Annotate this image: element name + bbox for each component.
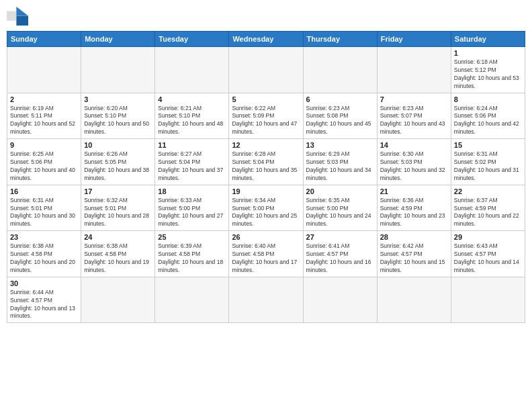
- col-sunday: Sunday: [7, 32, 81, 47]
- calendar-row: 16Sunrise: 6:31 AMSunset: 5:01 PMDayligh…: [7, 185, 525, 231]
- page: Sunday Monday Tuesday Wednesday Thursday…: [0, 0, 532, 411]
- table-cell: [81, 277, 155, 323]
- day-info: Sunrise: 6:40 AMSunset: 4:58 PMDaylight:…: [232, 242, 300, 275]
- day-info: Sunrise: 6:38 AMSunset: 4:58 PMDaylight:…: [84, 242, 152, 275]
- day-info: Sunrise: 6:21 AMSunset: 5:10 PMDaylight:…: [158, 105, 226, 137]
- table-cell: 29Sunrise: 6:43 AMSunset: 4:57 PMDayligh…: [451, 231, 525, 277]
- day-info: Sunrise: 6:22 AMSunset: 5:09 PMDaylight:…: [232, 105, 300, 137]
- table-cell: 24Sunrise: 6:38 AMSunset: 4:58 PMDayligh…: [81, 231, 155, 277]
- day-number: 10: [84, 141, 152, 149]
- day-info: Sunrise: 6:44 AMSunset: 4:57 PMDaylight:…: [10, 289, 78, 321]
- day-number: 14: [380, 141, 448, 149]
- svg-rect-0: [7, 11, 16, 20]
- calendar-row: 23Sunrise: 6:38 AMSunset: 4:58 PMDayligh…: [7, 231, 525, 277]
- table-cell: 13Sunrise: 6:29 AMSunset: 5:03 PMDayligh…: [303, 139, 377, 185]
- table-cell: 30Sunrise: 6:44 AMSunset: 4:57 PMDayligh…: [7, 277, 81, 323]
- col-wednesday: Wednesday: [229, 32, 303, 47]
- day-number: 8: [454, 95, 522, 103]
- day-number: 22: [454, 187, 522, 195]
- day-info: Sunrise: 6:31 AMSunset: 5:02 PMDaylight:…: [454, 150, 522, 183]
- svg-marker-1: [16, 7, 28, 16]
- day-info: Sunrise: 6:20 AMSunset: 5:10 PMDaylight:…: [84, 105, 152, 137]
- day-info: Sunrise: 6:43 AMSunset: 4:57 PMDaylight:…: [454, 242, 522, 275]
- col-monday: Monday: [81, 32, 155, 47]
- day-info: Sunrise: 6:28 AMSunset: 5:04 PMDaylight:…: [232, 150, 300, 183]
- day-info: Sunrise: 6:27 AMSunset: 5:04 PMDaylight:…: [158, 150, 226, 183]
- day-number: 13: [306, 141, 374, 149]
- svg-marker-2: [16, 16, 28, 26]
- day-number: 28: [380, 233, 448, 241]
- day-number: 27: [306, 233, 374, 241]
- table-cell: 14Sunrise: 6:30 AMSunset: 5:03 PMDayligh…: [377, 139, 451, 185]
- table-cell: [155, 47, 229, 93]
- day-number: 2: [10, 95, 78, 103]
- day-number: 15: [454, 141, 522, 149]
- table-cell: 3Sunrise: 6:20 AMSunset: 5:10 PMDaylight…: [81, 93, 155, 139]
- day-number: 1: [454, 49, 522, 57]
- table-cell: 21Sunrise: 6:36 AMSunset: 4:59 PMDayligh…: [377, 185, 451, 231]
- day-info: Sunrise: 6:38 AMSunset: 4:58 PMDaylight:…: [10, 242, 78, 275]
- day-number: 5: [232, 95, 300, 103]
- day-info: Sunrise: 6:25 AMSunset: 5:06 PMDaylight:…: [10, 150, 78, 183]
- day-info: Sunrise: 6:29 AMSunset: 5:03 PMDaylight:…: [306, 150, 374, 183]
- col-thursday: Thursday: [303, 32, 377, 47]
- calendar-row: 9Sunrise: 6:25 AMSunset: 5:06 PMDaylight…: [7, 139, 525, 185]
- day-info: Sunrise: 6:33 AMSunset: 5:00 PMDaylight:…: [158, 197, 226, 229]
- day-number: 26: [232, 233, 300, 241]
- day-number: 12: [232, 141, 300, 149]
- day-info: Sunrise: 6:34 AMSunset: 5:00 PMDaylight:…: [232, 197, 300, 229]
- day-info: Sunrise: 6:37 AMSunset: 4:59 PMDaylight:…: [454, 197, 522, 229]
- calendar-row: 30Sunrise: 6:44 AMSunset: 4:57 PMDayligh…: [7, 277, 525, 323]
- table-cell: 20Sunrise: 6:35 AMSunset: 5:00 PMDayligh…: [303, 185, 377, 231]
- table-cell: 22Sunrise: 6:37 AMSunset: 4:59 PMDayligh…: [451, 185, 525, 231]
- logo: [7, 7, 31, 26]
- col-saturday: Saturday: [451, 32, 525, 47]
- day-number: 4: [158, 95, 226, 103]
- day-info: Sunrise: 6:35 AMSunset: 5:00 PMDaylight:…: [306, 197, 374, 229]
- day-number: 25: [158, 233, 226, 241]
- table-cell: 9Sunrise: 6:25 AMSunset: 5:06 PMDaylight…: [7, 139, 81, 185]
- day-number: 24: [84, 233, 152, 241]
- table-cell: 5Sunrise: 6:22 AMSunset: 5:09 PMDaylight…: [229, 93, 303, 139]
- calendar: Sunday Monday Tuesday Wednesday Thursday…: [7, 31, 525, 323]
- table-cell: 7Sunrise: 6:23 AMSunset: 5:07 PMDaylight…: [377, 93, 451, 139]
- table-cell: [81, 47, 155, 93]
- table-cell: 18Sunrise: 6:33 AMSunset: 5:00 PMDayligh…: [155, 185, 229, 231]
- table-cell: 23Sunrise: 6:38 AMSunset: 4:58 PMDayligh…: [7, 231, 81, 277]
- table-cell: [7, 47, 81, 93]
- table-cell: [451, 277, 525, 323]
- table-cell: [377, 47, 451, 93]
- table-cell: 19Sunrise: 6:34 AMSunset: 5:00 PMDayligh…: [229, 185, 303, 231]
- day-info: Sunrise: 6:31 AMSunset: 5:01 PMDaylight:…: [10, 197, 78, 229]
- day-number: 20: [306, 187, 374, 195]
- table-cell: [229, 47, 303, 93]
- table-cell: [155, 277, 229, 323]
- col-tuesday: Tuesday: [155, 32, 229, 47]
- day-info: Sunrise: 6:26 AMSunset: 5:05 PMDaylight:…: [84, 150, 152, 183]
- day-info: Sunrise: 6:36 AMSunset: 4:59 PMDaylight:…: [380, 197, 448, 229]
- day-number: 18: [158, 187, 226, 195]
- day-number: 21: [380, 187, 448, 195]
- table-cell: 17Sunrise: 6:32 AMSunset: 5:01 PMDayligh…: [81, 185, 155, 231]
- day-number: 23: [10, 233, 78, 241]
- table-cell: 12Sunrise: 6:28 AMSunset: 5:04 PMDayligh…: [229, 139, 303, 185]
- weekday-header-row: Sunday Monday Tuesday Wednesday Thursday…: [7, 32, 525, 47]
- table-cell: 27Sunrise: 6:41 AMSunset: 4:57 PMDayligh…: [303, 231, 377, 277]
- day-number: 17: [84, 187, 152, 195]
- day-number: 3: [84, 95, 152, 103]
- table-cell: 6Sunrise: 6:23 AMSunset: 5:08 PMDaylight…: [303, 93, 377, 139]
- day-info: Sunrise: 6:23 AMSunset: 5:08 PMDaylight:…: [306, 105, 374, 137]
- day-info: Sunrise: 6:23 AMSunset: 5:07 PMDaylight:…: [380, 105, 448, 137]
- day-info: Sunrise: 6:42 AMSunset: 4:57 PMDaylight:…: [380, 242, 448, 275]
- table-cell: 16Sunrise: 6:31 AMSunset: 5:01 PMDayligh…: [7, 185, 81, 231]
- table-cell: [303, 47, 377, 93]
- day-number: 19: [232, 187, 300, 195]
- table-cell: 28Sunrise: 6:42 AMSunset: 4:57 PMDayligh…: [377, 231, 451, 277]
- day-info: Sunrise: 6:24 AMSunset: 5:06 PMDaylight:…: [454, 105, 522, 137]
- day-number: 9: [10, 141, 78, 149]
- calendar-row: 2Sunrise: 6:19 AMSunset: 5:11 PMDaylight…: [7, 93, 525, 139]
- table-cell: [303, 277, 377, 323]
- table-cell: 8Sunrise: 6:24 AMSunset: 5:06 PMDaylight…: [451, 93, 525, 139]
- header: [7, 7, 525, 26]
- table-cell: 25Sunrise: 6:39 AMSunset: 4:58 PMDayligh…: [155, 231, 229, 277]
